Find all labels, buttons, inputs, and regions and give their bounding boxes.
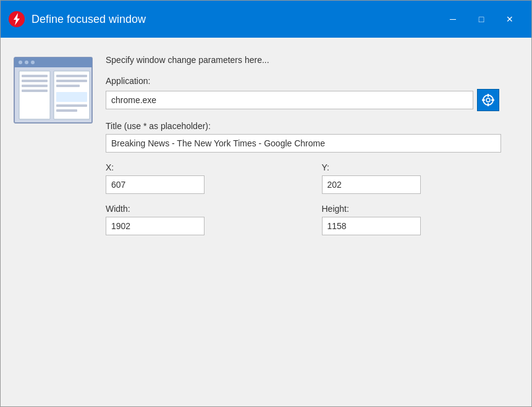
window-title: Define focused window	[32, 13, 439, 26]
svg-rect-8	[19, 71, 50, 119]
application-row	[106, 89, 519, 111]
window-body: Specify window change parameters here...…	[1, 38, 531, 406]
title-label: Title (use * as placeholder):	[106, 121, 519, 131]
width-field-group: Width:	[106, 204, 303, 235]
title-bar: Define focused window ─ □ ✕	[1, 1, 531, 38]
maximize-button[interactable]: □	[467, 1, 496, 38]
svg-rect-12	[22, 90, 48, 92]
height-label: Height:	[322, 204, 520, 214]
application-input[interactable]	[106, 91, 473, 109]
crosshair-button[interactable]	[477, 89, 499, 111]
close-button[interactable]: ✕	[496, 1, 524, 38]
svg-point-7	[31, 61, 35, 64]
svg-rect-17	[56, 92, 87, 102]
x-field-group: X:	[106, 162, 303, 194]
x-label: X:	[106, 162, 303, 172]
svg-rect-9	[22, 75, 48, 77]
width-label: Width:	[106, 204, 303, 214]
y-field-group: Y:	[322, 162, 520, 194]
window-controls: ─ □ ✕	[439, 1, 524, 38]
main-window: Define focused window ─ □ ✕	[0, 0, 532, 407]
form-area: Specify window change parameters here...…	[106, 50, 519, 394]
form-description: Specify window change parameters here...	[106, 55, 519, 65]
height-input[interactable]	[322, 217, 421, 235]
y-label: Y:	[322, 162, 520, 172]
title-row	[106, 134, 519, 153]
svg-rect-14	[56, 75, 87, 77]
x-input[interactable]	[106, 175, 205, 194]
svg-point-6	[25, 61, 28, 64]
svg-point-5	[19, 61, 22, 64]
y-input[interactable]	[322, 175, 421, 194]
svg-rect-18	[56, 104, 87, 107]
app-icon	[8, 10, 25, 28]
height-field-group: Height:	[322, 204, 520, 235]
title-input[interactable]	[106, 134, 501, 153]
window-illustration	[13, 56, 93, 124]
svg-rect-11	[22, 85, 48, 87]
svg-rect-10	[22, 80, 48, 82]
position-grid: X: Y: Width: Height:	[106, 162, 519, 245]
svg-rect-19	[56, 109, 77, 112]
width-input[interactable]	[106, 217, 205, 235]
minimize-button[interactable]: ─	[439, 1, 467, 38]
svg-rect-16	[56, 85, 80, 87]
application-label: Application:	[106, 76, 519, 86]
svg-point-25	[486, 98, 490, 102]
svg-rect-15	[56, 80, 87, 82]
